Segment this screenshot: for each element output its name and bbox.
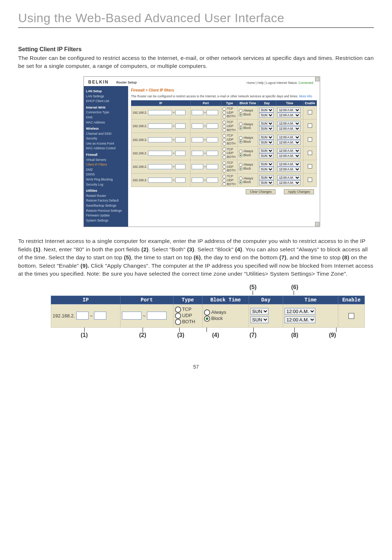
port-field-start[interactable]: [122, 312, 142, 320]
type-radio[interactable]: [222, 175, 226, 178]
sidebar-item[interactable]: Virtual Servers: [86, 158, 126, 163]
bt-radio[interactable]: [239, 136, 242, 140]
time-select[interactable]: 12:00 A.M.: [277, 180, 301, 185]
time-select[interactable]: 12:00 A.M.: [277, 113, 301, 118]
top-nav[interactable]: Home | Help | Logout Internet Status: Co…: [246, 81, 313, 85]
sidebar-item[interactable]: LAN Settings: [86, 94, 126, 99]
ip-field-start[interactable]: [76, 312, 89, 320]
bt-radio[interactable]: [239, 109, 242, 113]
day-select[interactable]: SUN: [259, 180, 274, 185]
port-end[interactable]: [207, 110, 218, 115]
top-nav-links[interactable]: Home | Help | Logout Internet Status:: [246, 81, 297, 85]
time-select[interactable]: 12:00 A.M.: [277, 135, 301, 140]
time-select[interactable]: 12:00 A.M.: [277, 148, 301, 153]
sidebar-item[interactable]: Security: [86, 136, 126, 141]
ip-field-end[interactable]: [94, 312, 106, 320]
port-start[interactable]: [192, 137, 203, 142]
ip-end[interactable]: [175, 164, 185, 169]
ip-start[interactable]: [148, 178, 172, 183]
port-start[interactable]: [192, 164, 203, 169]
type-radio[interactable]: [222, 169, 226, 173]
sidebar-item[interactable]: WAN Ping Blocking: [86, 177, 126, 182]
sidebar-item[interactable]: Use as Access Point: [86, 141, 126, 146]
port-end[interactable]: [207, 137, 218, 142]
type-radio[interactable]: [222, 125, 226, 128]
sidebar-item[interactable]: Restart Router: [86, 194, 126, 199]
enable-checkbox[interactable]: [308, 151, 312, 155]
blocktime-always-radio[interactable]: [204, 309, 210, 316]
day-select[interactable]: SUN: [259, 167, 274, 172]
type-radio[interactable]: [222, 128, 226, 132]
port-field-end[interactable]: [147, 312, 167, 320]
time-select[interactable]: 12:00 A.M.: [277, 175, 301, 180]
ip-start[interactable]: [148, 137, 172, 142]
day-start-select[interactable]: SUN: [250, 308, 269, 315]
time-select[interactable]: 12:00 A.M.: [277, 140, 301, 145]
ip-end[interactable]: [175, 123, 185, 129]
enable-checkbox[interactable]: [308, 110, 312, 114]
day-end-select[interactable]: SUN: [250, 316, 269, 323]
sidebar-item[interactable]: Save/Backup Settings: [86, 203, 126, 208]
ip-end[interactable]: [175, 137, 185, 142]
enable-checkbox[interactable]: [308, 178, 312, 182]
time-select[interactable]: 12:00 A.M.: [277, 153, 301, 158]
more-info-link[interactable]: More Info: [299, 94, 312, 98]
type-radio[interactable]: [222, 155, 226, 159]
bt-radio[interactable]: [239, 126, 242, 130]
ip-end[interactable]: [175, 178, 185, 183]
ip-start[interactable]: [148, 110, 172, 115]
sidebar-item[interactable]: System Settings: [86, 218, 126, 223]
type-radio[interactable]: [222, 138, 226, 142]
type-tcp-radio[interactable]: [175, 307, 181, 313]
day-select[interactable]: SUN: [259, 148, 274, 153]
day-select[interactable]: SUN: [259, 140, 274, 145]
bt-radio[interactable]: [239, 122, 242, 126]
sidebar-item[interactable]: Connection Type: [86, 110, 126, 115]
time-select[interactable]: 12:00 A.M.: [277, 126, 301, 131]
sidebar-item[interactable]: Restore Factory Default: [86, 198, 126, 203]
enable-checkbox[interactable]: [308, 137, 312, 142]
type-radio[interactable]: [222, 121, 226, 124]
port-end[interactable]: [207, 123, 218, 129]
sidebar[interactable]: LAN SetupLAN SettingsDHCP Client ListInt…: [84, 86, 128, 227]
time-select[interactable]: 12:00 A.M.: [277, 167, 301, 172]
type-radio[interactable]: [222, 142, 226, 146]
type-radio[interactable]: [222, 165, 226, 169]
ip-end[interactable]: [175, 110, 185, 115]
bt-radio[interactable]: [239, 150, 242, 153]
port-start[interactable]: [192, 178, 203, 183]
ip-start[interactable]: [148, 151, 172, 156]
bt-radio[interactable]: [239, 113, 242, 117]
bt-radio[interactable]: [239, 180, 242, 184]
type-both-radio[interactable]: [175, 319, 181, 325]
ip-start[interactable]: [148, 164, 172, 169]
enable-checkbox[interactable]: [348, 313, 354, 319]
port-start[interactable]: [192, 110, 203, 115]
time-end-select[interactable]: 12:00 A.M.: [285, 316, 315, 323]
port-start[interactable]: [192, 123, 203, 129]
type-radio[interactable]: [222, 179, 226, 182]
sidebar-item[interactable]: Security Log: [86, 182, 126, 187]
bt-radio[interactable]: [239, 176, 242, 180]
bt-radio[interactable]: [239, 140, 242, 143]
sidebar-item[interactable]: DDNS: [86, 172, 126, 177]
apply-changes-button[interactable]: Apply Changes: [284, 189, 314, 194]
type-radio[interactable]: [222, 161, 226, 165]
type-radio[interactable]: [222, 107, 226, 111]
sidebar-item[interactable]: Firmware Update: [86, 213, 126, 218]
day-select[interactable]: SUN: [259, 126, 274, 131]
bt-radio[interactable]: [239, 163, 242, 167]
time-select[interactable]: 12:00 A.M.: [277, 162, 301, 167]
enable-checkbox[interactable]: [308, 123, 312, 128]
ip-end[interactable]: [175, 151, 185, 156]
day-select[interactable]: SUN: [259, 175, 274, 180]
bt-radio[interactable]: [239, 154, 242, 157]
day-select[interactable]: SUN: [259, 153, 274, 158]
type-radio[interactable]: [222, 151, 226, 155]
day-select[interactable]: SUN: [259, 113, 274, 118]
type-radio[interactable]: [222, 182, 226, 186]
blocktime-block-radio[interactable]: [204, 316, 210, 322]
time-select[interactable]: 12:00 A.M.: [277, 107, 301, 113]
bt-radio[interactable]: [239, 167, 242, 171]
type-radio[interactable]: [222, 115, 226, 118]
